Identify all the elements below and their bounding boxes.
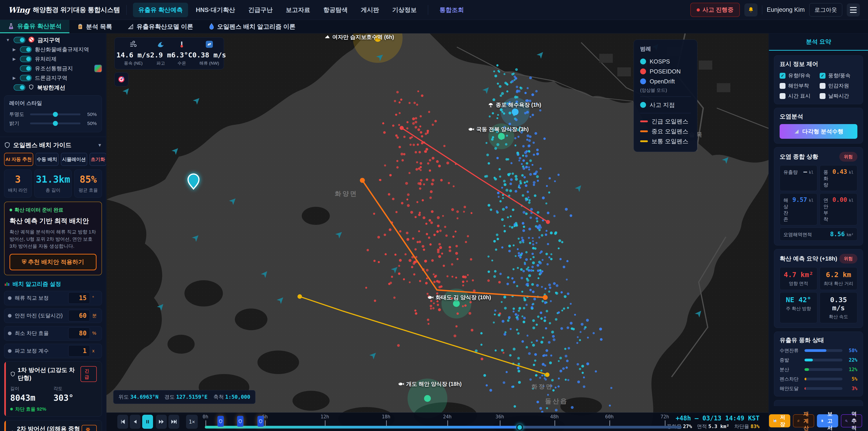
checkbox-icon[interactable] [780, 83, 785, 89]
param-input[interactable]: 1 [68, 345, 90, 357]
nav-item-2[interactable]: HNS·대기확산 [190, 3, 241, 17]
caret-right-icon[interactable]: ▶ [12, 57, 17, 61]
logout-button[interactable]: 로그아웃 [809, 3, 842, 17]
layer-toggle[interactable] [13, 84, 25, 91]
param-input[interactable]: 60 [68, 310, 90, 321]
fence-plan-card: 확산 데이터 준비 완료 확산 예측 기반 최적 배치안 확산 궤적을 분석하여… [4, 202, 102, 275]
caret-right-icon[interactable]: ▶ [12, 75, 17, 81]
step-back-button[interactable] [130, 415, 141, 429]
nav-item-1[interactable]: 유출유 확산예측 [133, 3, 188, 17]
legend-fence-2: 중요 오일펜스 [640, 126, 691, 136]
fence-mode-3[interactable]: 시뮬레이션 [61, 153, 87, 166]
menu-button[interactable] [847, 3, 860, 17]
save-button[interactable]: 저장 [769, 414, 790, 427]
polygon-analysis-button[interactable]: 다각형 분석수행 [780, 124, 857, 139]
weather-widget: 14.6 m/s풍속 (NE)2.9 m파고6.3°C수온0.38 m/s해류 … [114, 37, 224, 69]
forecast-stat-1: 4.7 km²영향 면적 [780, 267, 817, 290]
notifications-button[interactable] [744, 3, 757, 17]
layer-toggle[interactable] [20, 56, 32, 62]
report-button[interactable]: 보고서 [817, 414, 838, 427]
defense-line-card-2[interactable]: 2차 방어선 (외해용 중형 포위망)중요길이11180m각도303°차단 효율… [4, 420, 102, 431]
layer-style-swatch-button[interactable] [94, 65, 102, 72]
pollution-stats: 유출량—kl풍화량0.43kl해상잔존9.57kl연안부착0.00kl오염해역면… [780, 165, 857, 241]
layer-toggle[interactable] [20, 46, 32, 53]
map-canvas[interactable]: 여수시무슬목화양면화정면돌산읍 여자만 습지보호수역 (6h)종포 해수욕장 (… [106, 33, 769, 431]
slider-track[interactable] [30, 123, 81, 124]
legend-fence-1: 긴급 오일펜스 [640, 116, 691, 126]
fence-deploy-marker-3[interactable] [257, 416, 264, 427]
checkbox-icon[interactable] [819, 93, 826, 99]
fence-deploy-marker-2[interactable] [237, 416, 243, 427]
fence-guide-collapse[interactable]: ▼ [97, 143, 102, 148]
nav-item-5[interactable]: 항공탐색 [318, 3, 353, 17]
display-checkbox-2[interactable]: ✓풍향/풍속 [819, 72, 857, 79]
main-nav: 유출유 확산예측HNS·대기확산긴급구난보고자료항공탐색게시판기상정보통합조회 [133, 3, 469, 17]
layer-toggle[interactable] [20, 75, 32, 81]
slider-track[interactable] [30, 114, 81, 115]
checkbox-icon[interactable]: ✓ [819, 73, 826, 79]
param-input[interactable]: 15 [68, 292, 90, 304]
timeline-progress-remaining[interactable] [520, 426, 682, 429]
caret-right-icon[interactable]: ▶ [12, 47, 17, 52]
fence-label: 중요 오일펜스 [651, 127, 688, 135]
checkbox-icon[interactable] [819, 83, 826, 89]
nav-item-3[interactable]: 긴급구난 [243, 3, 278, 17]
recalc-button[interactable]: 재계산 [793, 414, 814, 427]
display-checkbox-4[interactable]: 민감자원 [819, 82, 857, 89]
shield-icon [10, 371, 16, 377]
tab-3[interactable]: 유출유확산모델 이론 [120, 20, 201, 33]
recenter-incident-button[interactable] [114, 72, 128, 86]
playback-speed-button[interactable]: 1× [186, 415, 198, 429]
city-block-2 [617, 67, 631, 76]
timeline-progress-elapsed[interactable] [205, 426, 520, 429]
fence-mode-2[interactable]: 수동 배치 [35, 153, 59, 166]
apply-recommended-plan-button[interactable]: ⛨ 추천 배치안 적용하기 [9, 254, 96, 270]
bell-icon [747, 6, 754, 13]
pollution-stat-2: 풍화량0.43kl [819, 165, 857, 191]
param-input[interactable]: 80 [68, 328, 90, 339]
timeline-stat-value: 5.3 km² [708, 424, 729, 429]
tab-1[interactable]: 유출유 확산분석 [0, 20, 69, 33]
layer-toggle[interactable] [20, 65, 32, 72]
slider-value: 50% [84, 121, 97, 126]
panel-title-tab[interactable]: 분석 요약 [769, 33, 868, 51]
param-unit: ° [92, 296, 98, 301]
checkbox-icon[interactable] [780, 93, 785, 99]
slider-knob[interactable] [53, 112, 58, 117]
slider-knob[interactable] [53, 121, 58, 126]
nav-item-7[interactable]: 기상정보 [387, 3, 422, 17]
incident-dot-icon [697, 8, 700, 11]
nav-item-4[interactable]: 보고자료 [280, 3, 315, 17]
display-checkbox-3[interactable]: 해안부착 [780, 82, 817, 89]
bar-value: 5% [846, 376, 857, 382]
action-label: 재계산 [802, 410, 810, 431]
pause-button[interactable] [142, 415, 153, 429]
fence-mode-1[interactable]: AI 자동 추천 [4, 153, 33, 166]
caret-down-icon[interactable]: ▼ [5, 38, 10, 42]
stat-label: 오염해역면적 [783, 232, 812, 238]
tab-4[interactable]: 오일펜스 배치 알고리즘 이론 [201, 20, 303, 33]
ship-specs-section[interactable]: 사고 선박 제원 ▸ [774, 400, 863, 406]
display-checkbox-5[interactable]: 시간 표시 [780, 92, 817, 99]
tab-2[interactable]: 분석 목록 [69, 20, 120, 33]
timeline-scrubber[interactable] [516, 424, 523, 431]
fence-deploy-marker-1[interactable] [217, 416, 224, 427]
backtrack-button[interactable]: 역추적 [841, 414, 862, 427]
defense-line-card-1[interactable]: 1차 방어선 (고강도 차단형)긴급길이8043m각도303°차단 효율 92% [4, 361, 102, 417]
pollution-analysis-title: 오염분석 [780, 113, 857, 120]
nav-item-8[interactable]: 통합조회 [434, 3, 469, 17]
skip-end-button[interactable] [168, 415, 179, 429]
tab-label: 오일펜스 배치 알고리즘 이론 [217, 23, 296, 31]
skip-start-button[interactable] [117, 415, 128, 429]
layer-toggle[interactable] [13, 37, 25, 43]
nav-item-6[interactable]: 게시판 [355, 3, 384, 17]
display-checkbox-6[interactable]: 날짜시간 [819, 92, 857, 99]
shield-icon [4, 142, 10, 148]
ffwd-button[interactable] [156, 415, 167, 429]
checkbox-icon[interactable]: ✓ [780, 73, 785, 79]
toggle-knob-icon [26, 47, 31, 52]
display-checkbox-1[interactable]: ✓유향/유속 [780, 72, 817, 79]
fence-mode-4[interactable]: 초기화 [90, 153, 106, 166]
legend-models: KOSPSPOSEIDONOpenDrift [640, 57, 691, 86]
incident-status-badge[interactable]: 사고 진행중 [690, 3, 740, 17]
